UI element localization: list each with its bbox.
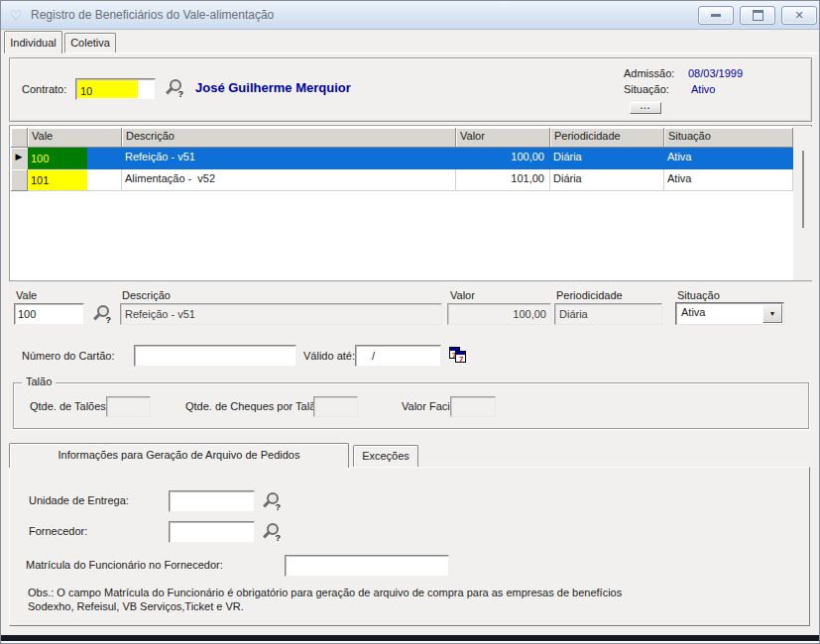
situacao-combobox[interactable]: Ativa ▼ [675, 302, 784, 325]
cell-vale: 101 [28, 169, 122, 191]
tab-excecoes[interactable]: Exceções [353, 445, 418, 467]
obs-text-line1: Obs.: O campo Matrícula do Funcionário é… [28, 587, 622, 598]
fornecedor-lookup-icon[interactable]: ? [264, 523, 282, 541]
cell-situacao: Ativa [664, 169, 793, 191]
close-button[interactable]: ✕ [781, 6, 817, 25]
vale-highlight-yellow: 101 [28, 169, 87, 190]
detail-vale-input[interactable]: 100 [14, 303, 84, 325]
tab-coletiva[interactable]: Coletiva [64, 33, 116, 53]
detail-periodicidade-field: Diária [554, 303, 662, 325]
obs-text-line2: Sodexho, Refeisul, VB Serviços,Ticket e … [28, 600, 244, 612]
minimize-button[interactable] [698, 6, 734, 25]
contract-label: Contrato: [22, 83, 66, 95]
situation-value: Ativo [691, 83, 715, 95]
admission-label: Admissão: [624, 67, 674, 79]
cell-vale: 100 [28, 148, 122, 169]
detail-situacao-label: Situação [677, 289, 720, 301]
matricula-input[interactable] [285, 555, 449, 577]
situation-label: Situação: [624, 83, 669, 95]
grid-header-descricao[interactable]: Descrição [122, 128, 456, 148]
cell-periodicidade: Diária [550, 169, 664, 191]
calendar-icon[interactable]: 7 7 [449, 347, 468, 364]
grid-panel: Vale Descrição Valor Periodicidade Situa… [9, 125, 812, 281]
talao-legend: Talão [22, 376, 56, 387]
detail-descricao-field: Refeição - v51 [120, 303, 442, 325]
contract-input[interactable]: 10 [75, 78, 156, 100]
row-pointer-icon: ▶ [11, 148, 28, 169]
cell-descricao: Refeição - v51 [122, 148, 456, 169]
cell-periodicidade: Diária [550, 148, 664, 169]
detail-vale-label: Vale [16, 289, 37, 301]
cell-valor: 100,00 [456, 148, 550, 169]
matricula-label: Matrícula do Funcionário no Fornecedor: [26, 559, 223, 571]
grid-scroll-area [793, 127, 812, 280]
fornecedor-label: Fornecedor: [29, 525, 87, 537]
card-number-label: Número do Cartão: [22, 350, 115, 362]
qtde-taloes-label: Qtde. de Talões: [30, 400, 109, 412]
detail-valor-field: 100,00 [447, 303, 551, 325]
more-button[interactable]: ... [630, 102, 661, 114]
detail-vale-lookup-icon[interactable]: ? [94, 305, 112, 323]
maximize-button[interactable] [740, 6, 775, 25]
unidade-entrega-label: Unidade de Entrega: [29, 494, 129, 506]
cell-valor: 101,00 [456, 169, 550, 191]
beneficiary-name: José Guilherme Merquior [195, 80, 351, 95]
qtde-cheques-label: Qtde. de Cheques por Talão: [185, 400, 324, 412]
admission-value: 08/03/1999 [688, 67, 743, 79]
window-title: Registro de Beneficiários do Vale-alimen… [31, 1, 274, 29]
unidade-entrega-input[interactable] [169, 490, 255, 512]
tab-informacoes-pedidos[interactable]: Informações para Geração de Arquivo de P… [9, 443, 349, 468]
maximize-icon [753, 10, 763, 21]
app-icon: ♡ [8, 6, 24, 22]
grid-header-situacao[interactable]: Situação [664, 128, 793, 148]
cell-situacao: Ativa [664, 148, 793, 169]
detail-periodicidade-label: Periodicidade [556, 289, 623, 301]
grid-row-selected[interactable]: ▶ 100 Refeição - v51 100,00 Diária Ativa [11, 148, 793, 169]
close-icon: ✕ [794, 9, 803, 22]
vale-highlight-green: 100 [28, 148, 87, 168]
valid-until-input[interactable]: / [355, 345, 441, 367]
contract-lookup-icon[interactable]: ? [167, 79, 184, 97]
detail-valor-label: Valor [450, 289, 475, 301]
grid-header-periodicidade[interactable]: Periodicidade [550, 128, 664, 148]
grid-scrollbar-thumb[interactable] [802, 151, 804, 228]
titlebar: ♡ Registro de Beneficiários do Vale-alim… [1, 1, 819, 30]
contract-panel: Contrato: 10 ? José Guilherme Merquior A… [9, 57, 812, 122]
cell-descricao: Alimentação - v52 [122, 169, 456, 191]
qtde-taloes-field [106, 396, 151, 417]
pedidos-tabpage: Unidade de Entrega: ? Fornecedor: ? Matr… [9, 467, 810, 626]
row-selector [11, 169, 28, 191]
grid-row[interactable]: 101 Alimentação - v52 101,00 Diária Ativ… [11, 169, 793, 191]
chevron-down-icon[interactable]: ▼ [762, 304, 782, 323]
minimize-icon [711, 14, 721, 17]
grid-header-valor[interactable]: Valor [456, 128, 550, 148]
window: ♡ Registro de Beneficiários do Vale-alim… [0, 0, 820, 644]
fornecedor-input[interactable] [169, 521, 255, 543]
qtde-cheques-field [313, 396, 358, 417]
situacao-combobox-value: Ativa [681, 306, 705, 318]
grid-header-selector [11, 128, 28, 148]
talao-groupbox: Talão Qtde. de Talões: Qtde. de Cheques … [13, 382, 809, 429]
valid-until-label: Válido até: [303, 350, 355, 362]
grid-header-row: Vale Descrição Valor Periodicidade Situa… [11, 128, 793, 148]
valor-facial-field [450, 396, 496, 417]
unidade-lookup-icon[interactable]: ? [264, 492, 282, 510]
grid-header-vale[interactable]: Vale [28, 128, 122, 148]
tab-individual[interactable]: Individual [4, 31, 62, 54]
card-number-input[interactable] [134, 345, 296, 367]
detail-descricao-label: Descrição [122, 289, 171, 301]
contract-highlight: 10 [77, 80, 138, 98]
tabs-baseline [1, 53, 820, 54]
